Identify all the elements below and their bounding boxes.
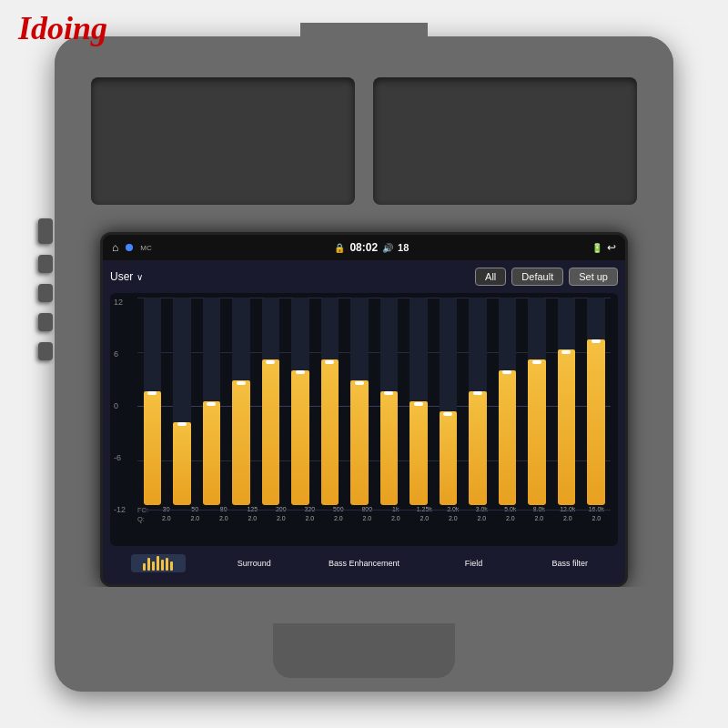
top-slot-left [91, 77, 355, 205]
user-label: User [110, 270, 133, 283]
notification-dot [126, 244, 133, 251]
status-center: 🔒 08:02 🔊 18 [334, 241, 409, 254]
eq-band-15[interactable] [581, 298, 612, 505]
car-unit: ⌂ MC 🔒 08:02 🔊 18 🔋 ↩ [55, 36, 673, 692]
back-icon[interactable]: ↩ [607, 241, 616, 254]
y-axis: 12 6 0 -6 -12 [114, 298, 126, 514]
side-btn-1[interactable] [38, 218, 53, 244]
eq-bar-fill-12 [499, 370, 517, 505]
eq-bar-bg-11 [469, 298, 487, 505]
side-btn-3[interactable] [38, 284, 53, 302]
eq-bottom-btn-4[interactable]: Bass filter [542, 557, 597, 570]
eq-bar-bg-10 [440, 298, 458, 505]
eq-bar-fill-6 [321, 359, 339, 505]
eq-thumb-15[interactable] [592, 339, 601, 343]
eq-band-track-8 [374, 298, 404, 505]
eq-bar-bg-9 [410, 298, 428, 505]
home-icon[interactable]: ⌂ [112, 241, 118, 254]
eq-bar-bg-14 [558, 298, 576, 505]
eq-band-5[interactable] [286, 298, 316, 505]
eq-band-4[interactable] [256, 298, 286, 505]
eq-thumb-13[interactable] [532, 360, 541, 364]
status-left: ⌂ MC [112, 241, 152, 254]
eq-band-10[interactable] [433, 298, 463, 505]
eq-thumb-4[interactable] [266, 360, 275, 364]
eq-bar-fill-7 [350, 380, 369, 505]
eq-band-8[interactable] [374, 298, 404, 505]
eq-thumb-6[interactable] [325, 360, 334, 364]
eq-band-11[interactable] [463, 298, 493, 505]
eq-band-3[interactable] [227, 298, 257, 505]
bottom-curve [273, 623, 455, 678]
eq-thumb-11[interactable] [473, 391, 482, 395]
y-label-6: 6 [114, 349, 126, 359]
eq-user-select[interactable]: User ∨ [110, 270, 143, 283]
side-btn-5[interactable] [38, 342, 53, 360]
eq-bar-fill-3 [232, 380, 250, 505]
eq-band-9[interactable] [404, 298, 434, 505]
q-static-label: Q: [137, 515, 150, 523]
y-label-neg6: -6 [114, 453, 126, 462]
side-btn-4[interactable] [38, 313, 53, 331]
eq-bottom-row: SurroundBass EnhancementFieldBass filter [110, 550, 618, 577]
eq-band-14[interactable] [551, 298, 581, 505]
eq-thumb-1[interactable] [177, 422, 187, 426]
eq-thumb-5[interactable] [296, 370, 305, 374]
eq-band-7[interactable] [345, 298, 375, 505]
page-wrapper: Idoing ⌂ MC [0, 0, 728, 728]
eq-bar-bg-13 [528, 298, 546, 505]
eq-bar-bg-2 [203, 298, 221, 505]
eq-band-2[interactable] [197, 298, 227, 505]
eq-bottom-label-2: Bass Enhancement [329, 559, 399, 568]
time-display: 08:02 [349, 241, 378, 254]
eq-bar-fill-15 [587, 339, 605, 505]
bottom-panel [55, 587, 673, 678]
q-val-11: 2.0 [468, 515, 497, 523]
eq-bottom-label-1: Surround [238, 559, 271, 568]
eq-thumb-8[interactable] [384, 391, 393, 395]
eq-thumb-9[interactable] [414, 402, 423, 406]
eq-bottom-btn-0[interactable] [131, 554, 186, 572]
eq-bar-bg-4 [262, 298, 280, 505]
eq-bar-fill-10 [440, 411, 458, 505]
eq-bottom-label-4: Bass filter [551, 559, 588, 568]
eq-band-6[interactable] [315, 298, 345, 505]
eq-thumb-12[interactable] [502, 370, 511, 374]
eq-band-track-2 [197, 298, 227, 505]
eq-default-button[interactable]: Default [511, 268, 563, 286]
eq-bottom-btn-3[interactable]: Field [447, 557, 501, 570]
eq-setup-button[interactable]: Set up [569, 268, 618, 286]
eq-thumb-0[interactable] [147, 391, 157, 395]
eq-band-track-11 [463, 298, 493, 505]
q-val-10: 2.0 [439, 515, 468, 523]
eq-bottom-btn-1[interactable]: Surround [227, 557, 281, 570]
eq-all-button[interactable]: All [475, 268, 506, 286]
eq-bar-fill-0 [144, 391, 162, 505]
eq-thumb-7[interactable] [355, 381, 364, 385]
mc-label: MC [140, 244, 151, 252]
dropdown-arrow[interactable]: ∨ [136, 272, 143, 282]
eq-bars [137, 298, 611, 505]
eq-bar-bg-6 [321, 298, 339, 505]
eq-band-13[interactable] [522, 298, 552, 505]
eq-thumb-14[interactable] [561, 350, 571, 354]
eq-band-0[interactable] [137, 298, 167, 505]
eq-band-track-3 [227, 298, 257, 505]
side-btn-2[interactable] [38, 255, 53, 273]
eq-bar-bg-15 [587, 298, 605, 505]
eq-graph: 12 6 0 -6 -12 [110, 293, 618, 546]
eq-bottom-btn-2[interactable]: Bass Enhancement [323, 557, 405, 570]
eq-bar-bg-7 [350, 298, 369, 505]
eq-thumb-10[interactable] [443, 412, 452, 416]
eq-thumb-2[interactable] [207, 402, 216, 406]
q-val-14: 2.0 [553, 515, 582, 523]
eq-topbar: User ∨ All Default Set up [110, 268, 618, 286]
q-val-7: 2.0 [353, 515, 382, 523]
eq-band-12[interactable] [492, 298, 522, 505]
eq-bar-fill-14 [558, 349, 576, 505]
eq-thumb-3[interactable] [237, 381, 246, 385]
side-buttons [38, 218, 53, 360]
top-panel [55, 36, 673, 237]
eq-band-1[interactable] [167, 298, 197, 505]
eq-band-track-15 [581, 298, 612, 505]
